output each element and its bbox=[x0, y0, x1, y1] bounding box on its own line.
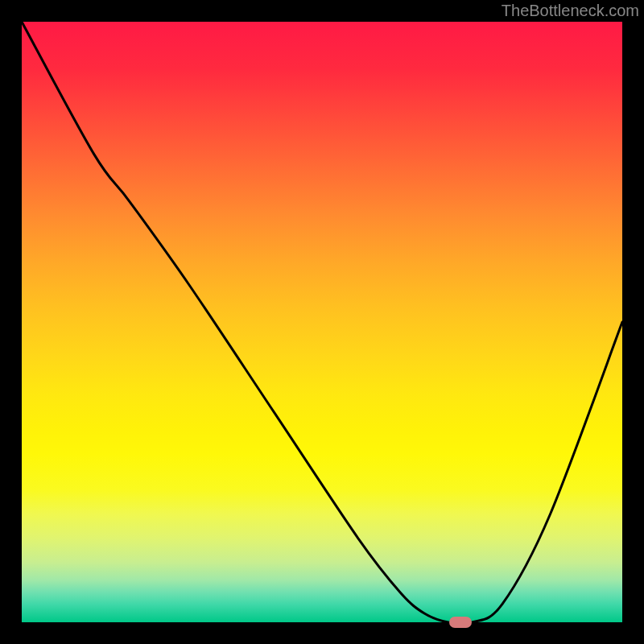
bottleneck-marker bbox=[449, 617, 472, 628]
plot-area bbox=[22, 22, 622, 622]
watermark-text: TheBottleneck.com bbox=[502, 2, 639, 20]
chart-container: TheBottleneck.com bbox=[0, 0, 644, 644]
line-curve bbox=[22, 22, 622, 622]
